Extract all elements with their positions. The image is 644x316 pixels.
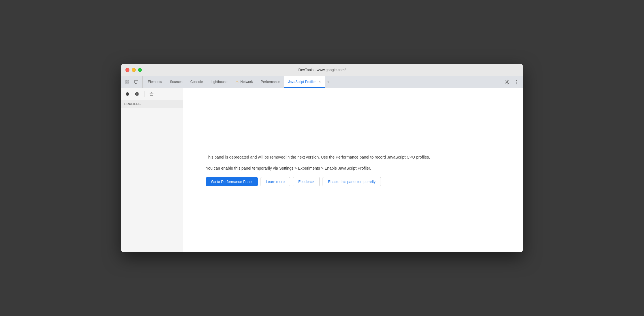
tab-javascript-profiler[interactable]: JavaScript Profiler ✕: [284, 76, 325, 88]
tab-lighthouse[interactable]: Lighthouse: [207, 76, 231, 88]
go-to-performance-button[interactable]: Go to Performance Panel: [206, 177, 258, 186]
trash-button[interactable]: [148, 90, 155, 98]
tab-more-icon: »: [327, 80, 329, 84]
warning-icon: ⚠: [235, 80, 239, 84]
svg-point-7: [507, 81, 508, 83]
sidebar: Profiles: [121, 88, 183, 252]
stop-button[interactable]: [133, 90, 141, 98]
tab-close-icon[interactable]: ✕: [319, 80, 321, 84]
tab-sources-label: Sources: [170, 80, 182, 84]
svg-rect-15: [150, 93, 153, 95]
svg-point-8: [516, 80, 517, 81]
sidebar-profiles-label: Profiles: [121, 100, 183, 108]
enable-temporarily-button[interactable]: Enable this panel temporarily: [323, 177, 381, 186]
cursor-icon[interactable]: [123, 78, 131, 86]
deprecation-text: This panel is deprecated and will be rem…: [206, 154, 449, 171]
deprecation-paragraph-1: This panel is deprecated and will be rem…: [206, 154, 449, 160]
tab-elements[interactable]: Elements: [144, 76, 166, 88]
tab-network-label: Network: [240, 80, 253, 84]
device-icon[interactable]: [132, 78, 140, 86]
main-content: Profiles This panel is deprecated and wi…: [121, 88, 523, 252]
svg-rect-3: [127, 82, 129, 84]
more-options-button[interactable]: [512, 78, 520, 86]
action-buttons: Go to Performance Panel Learn more Feedb…: [206, 177, 449, 186]
tab-bar: Elements Sources Console Lighthouse ⚠ Ne…: [121, 76, 523, 88]
devtools-window: DevTools - www.google.com/: [121, 64, 523, 252]
record-button[interactable]: [124, 90, 131, 98]
tab-performance[interactable]: Performance: [257, 76, 284, 88]
tab-more-button[interactable]: »: [325, 76, 332, 88]
panel-content: This panel is deprecated and will be rem…: [183, 88, 523, 252]
tab-javascript-profiler-label: JavaScript Profiler: [288, 80, 316, 84]
deprecation-message: This panel is deprecated and will be rem…: [206, 154, 449, 186]
tab-elements-label: Elements: [148, 80, 162, 84]
tab-lighthouse-label: Lighthouse: [211, 80, 227, 84]
deprecation-paragraph-2: You can enable this panel temporarily vi…: [206, 165, 449, 171]
minimize-button[interactable]: [132, 68, 136, 72]
tab-console-label: Console: [190, 80, 203, 84]
toolbar-divider: [144, 91, 144, 97]
tab-performance-label: Performance: [261, 80, 280, 84]
svg-point-11: [126, 92, 129, 96]
learn-more-button[interactable]: Learn more: [261, 177, 290, 186]
tab-console[interactable]: Console: [186, 76, 207, 88]
traffic-lights: [125, 68, 142, 72]
maximize-button[interactable]: [138, 68, 142, 72]
devtools-icon-group: [123, 76, 143, 88]
svg-point-10: [516, 83, 517, 84]
title-bar: DevTools - www.google.com/: [121, 64, 523, 76]
feedback-button[interactable]: Feedback: [293, 177, 320, 186]
sidebar-toolbar: [121, 88, 183, 100]
window-title: DevTools - www.google.com/: [298, 68, 346, 72]
svg-rect-4: [135, 80, 138, 83]
close-button[interactable]: [125, 68, 129, 72]
svg-rect-0: [125, 80, 127, 82]
tab-sources[interactable]: Sources: [166, 76, 186, 88]
svg-rect-2: [125, 82, 127, 84]
tab-network[interactable]: ⚠ Network: [231, 76, 257, 88]
settings-button[interactable]: [503, 78, 511, 86]
svg-point-9: [516, 82, 517, 82]
tab-bar-right: [503, 76, 523, 88]
svg-rect-1: [127, 80, 129, 82]
sidebar-profiles-content: [121, 108, 183, 252]
